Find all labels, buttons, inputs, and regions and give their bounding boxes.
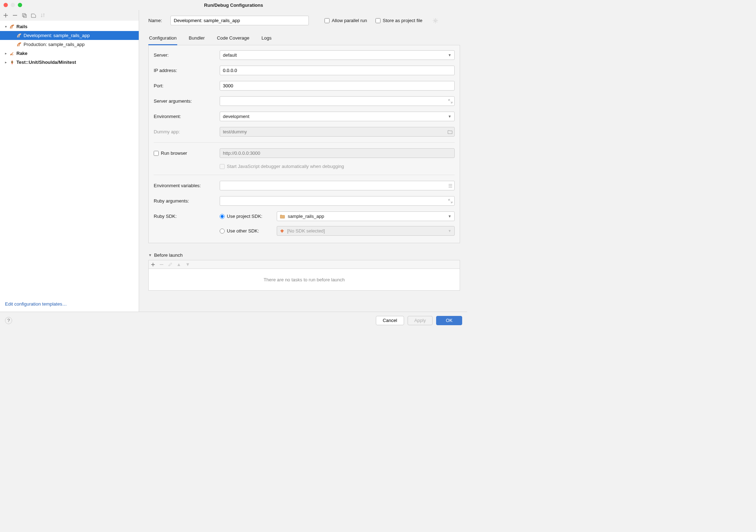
edit-task-icon — [168, 262, 172, 267]
before-launch-heading: Before launch — [154, 252, 183, 258]
rails-icon — [9, 24, 15, 30]
start-js-debugger-checkbox: Start JavaScript debugger automatically … — [220, 164, 344, 169]
tree-node-rails-prod[interactable]: Production: sample_rails_app — [0, 40, 139, 49]
ruby-args-input[interactable] — [220, 196, 455, 206]
ok-button[interactable]: OK — [436, 316, 462, 325]
environment-value: development — [223, 114, 249, 119]
folder-icon — [280, 214, 285, 219]
tabs: Configuration Bundler Code Coverage Logs — [148, 33, 460, 45]
dialog-footer: ? Cancel Apply OK — [0, 312, 467, 329]
port-label: Port: — [154, 83, 220, 88]
store-project-input[interactable] — [376, 18, 380, 23]
move-down-icon: ▼ — [185, 262, 190, 267]
remove-config-icon[interactable] — [12, 12, 18, 18]
server-args-input[interactable] — [220, 96, 455, 106]
tree-label: Development: sample_rails_app — [24, 33, 90, 38]
add-task-icon[interactable] — [151, 262, 155, 267]
gear-icon[interactable] — [433, 18, 438, 24]
svg-rect-1 — [24, 15, 26, 17]
ip-input[interactable] — [220, 66, 455, 75]
before-launch-header[interactable]: ▼ Before launch — [148, 252, 460, 258]
dummy-app-input — [220, 127, 455, 137]
project-sdk-value: sample_rails_app — [288, 214, 324, 219]
svg-rect-0 — [22, 14, 25, 16]
window-close[interactable] — [4, 3, 8, 7]
store-project-checkbox[interactable]: Store as project file — [376, 18, 422, 23]
sidebar: ▾ Rails Development: sample_rails_app Pr… — [0, 10, 139, 312]
window-maximize[interactable] — [18, 3, 22, 7]
ip-label: IP address: — [154, 68, 220, 73]
titlebar: Run/Debug Configurations — [0, 0, 467, 10]
other-sdk-select: [No SDK selected] ▼ — [277, 226, 455, 236]
configuration-form: Server: default ▼ IP address: Port: Serv… — [148, 45, 460, 243]
copy-config-icon[interactable] — [21, 12, 27, 18]
chevron-down-icon: ▼ — [148, 253, 152, 257]
expand-icon[interactable] — [448, 199, 453, 203]
window-title: Run/Debug Configurations — [0, 2, 467, 8]
chevron-down-icon: ▼ — [448, 229, 451, 233]
use-project-sdk-radio[interactable]: Use project SDK: — [220, 214, 277, 219]
sidebar-toolbar — [0, 10, 139, 21]
expand-icon[interactable] — [448, 99, 453, 103]
name-input[interactable] — [170, 16, 309, 25]
port-input[interactable] — [220, 81, 455, 91]
server-select[interactable]: default ▼ — [220, 50, 455, 60]
tab-logs[interactable]: Logs — [261, 33, 272, 45]
ruby-args-label: Ruby arguments: — [154, 198, 220, 204]
folder-icon — [448, 130, 453, 134]
traffic-lights — [4, 3, 22, 7]
env-vars-input[interactable] — [220, 181, 455, 190]
run-browser-checkbox[interactable]: Run browser — [154, 150, 220, 156]
tab-configuration[interactable]: Configuration — [148, 33, 177, 45]
rails-icon — [16, 33, 22, 39]
tree-label: Rake — [16, 51, 27, 56]
tree-label: Test::Unit/Shoulda/Minitest — [16, 60, 76, 65]
tree-node-rails[interactable]: ▾ Rails — [0, 22, 139, 31]
before-launch-toolbar: ▲ ▼ — [148, 260, 460, 268]
use-other-sdk-radio[interactable]: Use other SDK: — [220, 228, 277, 234]
add-config-icon[interactable] — [3, 12, 9, 18]
allow-parallel-label: Allow parallel run — [332, 18, 367, 23]
run-browser-url-input — [220, 148, 455, 158]
use-other-sdk-input[interactable] — [220, 229, 225, 234]
chevron-down-icon: ▼ — [448, 53, 451, 57]
cancel-button[interactable]: Cancel — [376, 316, 404, 325]
environment-label: Environment: — [154, 114, 220, 119]
allow-parallel-input[interactable] — [325, 18, 330, 23]
server-value: default — [223, 52, 237, 58]
list-icon[interactable] — [448, 184, 453, 188]
chevron-down-icon: ▾ — [4, 25, 8, 29]
allow-parallel-checkbox[interactable]: Allow parallel run — [325, 18, 367, 23]
move-up-icon: ▲ — [177, 262, 181, 267]
sort-config-icon — [40, 12, 46, 18]
remove-task-icon — [159, 262, 164, 267]
store-project-label: Store as project file — [383, 18, 422, 23]
content-panel: Name: Allow parallel run Store as projec… — [139, 10, 467, 312]
use-project-sdk-input[interactable] — [220, 214, 225, 219]
chevron-down-icon: ▼ — [448, 214, 451, 218]
run-browser-input[interactable] — [154, 151, 159, 156]
tab-code-coverage[interactable]: Code Coverage — [216, 33, 250, 45]
tree-node-rake[interactable]: ▸ Rake — [0, 49, 139, 58]
tree-label: Rails — [16, 24, 27, 29]
project-sdk-select[interactable]: sample_rails_app ▼ — [277, 211, 455, 221]
tree-node-rails-dev[interactable]: Development: sample_rails_app — [0, 31, 139, 40]
chevron-down-icon: ▼ — [448, 114, 451, 118]
tab-bundler[interactable]: Bundler — [188, 33, 205, 45]
save-config-icon[interactable] — [31, 12, 36, 18]
rake-icon — [9, 51, 15, 56]
start-js-debugger-input — [220, 164, 225, 169]
tree-label: Production: sample_rails_app — [24, 42, 85, 47]
use-project-sdk-label: Use project SDK: — [227, 214, 262, 219]
server-args-label: Server arguments: — [154, 98, 220, 104]
use-other-sdk-label: Use other SDK: — [227, 228, 259, 234]
test-icon — [9, 60, 15, 65]
run-browser-label: Run browser — [161, 150, 187, 156]
tree-node-test[interactable]: ▸ Test::Unit/Shoulda/Minitest — [0, 58, 139, 67]
edit-templates-link[interactable]: Edit configuration templates… — [0, 298, 139, 312]
config-tree: ▾ Rails Development: sample_rails_app Pr… — [0, 21, 139, 298]
help-icon[interactable]: ? — [5, 317, 12, 324]
other-sdk-placeholder: [No SDK selected] — [287, 228, 325, 234]
environment-select[interactable]: development ▼ — [220, 112, 455, 121]
server-label: Server: — [154, 52, 220, 58]
